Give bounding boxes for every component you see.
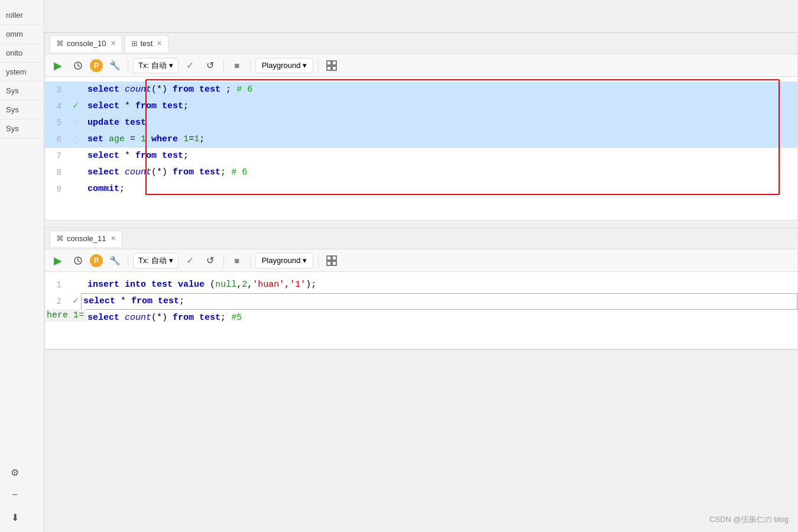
divider2-4 bbox=[318, 255, 319, 267]
history-button[interactable] bbox=[70, 57, 86, 74]
undo-button-2[interactable]: ↺ bbox=[202, 252, 219, 269]
history-icon bbox=[73, 61, 83, 70]
tab-console-10-label: console_10 bbox=[67, 39, 106, 48]
playground-button-2[interactable]: Playground ▾ bbox=[255, 253, 314, 268]
line-num-6: 6 bbox=[45, 133, 69, 146]
line-num-7: 7 bbox=[45, 150, 69, 163]
grid-icon-2 bbox=[326, 255, 337, 266]
sidebar: roller omm onito ystem Sys Sys Sys ⚙ − ⬇ bbox=[0, 0, 44, 532]
sidebar-item-onito[interactable]: onito bbox=[0, 44, 44, 63]
divider1 bbox=[128, 60, 128, 72]
line-indicator-5 bbox=[69, 120, 83, 126]
divider3 bbox=[250, 60, 251, 72]
code-empty-space-1 bbox=[45, 197, 797, 215]
sidebar-item-sys2[interactable]: Sys bbox=[0, 100, 44, 119]
settings-icon[interactable]: ⚙ bbox=[6, 463, 24, 481]
tab-console-11-close[interactable]: ✕ bbox=[111, 235, 116, 242]
tx-label-2: Tx: 自动 bbox=[138, 255, 167, 266]
p2-line-num-3: 3 bbox=[45, 312, 69, 325]
p2-code-line-2[interactable]: 2 ✓ select * from test; bbox=[45, 293, 797, 310]
line-num-3: 3 bbox=[45, 83, 69, 96]
tab-console-10[interactable]: ⌘ console_10 ✕ bbox=[50, 35, 122, 52]
line-num-8: 8 bbox=[45, 166, 69, 179]
grid-view-button-2[interactable] bbox=[323, 252, 340, 269]
top-bar bbox=[44, 0, 798, 33]
tx-dropdown-icon: ▾ bbox=[169, 61, 173, 70]
grid-view-button[interactable] bbox=[323, 57, 340, 74]
sidebar-item-sys3[interactable]: Sys bbox=[0, 119, 44, 138]
tx-selector[interactable]: Tx: 自动 ▾ bbox=[133, 58, 179, 73]
code-line-5[interactable]: 5 update test bbox=[45, 115, 797, 131]
undo-button[interactable]: ↺ bbox=[202, 57, 219, 74]
sidebar-item-ystem[interactable]: ystem bbox=[0, 63, 44, 82]
panel-separator bbox=[44, 220, 798, 228]
history-button-2[interactable] bbox=[70, 252, 86, 269]
line-num-5: 5 bbox=[45, 116, 69, 129]
code-content-6: set age = 1 where 1=1; bbox=[83, 132, 797, 147]
line-indicator-4: ✓ bbox=[69, 99, 83, 114]
code-content-8: select count(*) from test; # 6 bbox=[83, 166, 797, 180]
divider2-1 bbox=[128, 255, 128, 267]
minus-icon[interactable]: − bbox=[6, 486, 24, 504]
tx-selector-2[interactable]: Tx: 自动 ▾ bbox=[133, 253, 179, 268]
watermark: CSDN @伍振仁の blog bbox=[709, 514, 789, 525]
sidebar-item-sys1[interactable]: Sys bbox=[0, 82, 44, 100]
p2-line-num-1: 1 bbox=[45, 278, 69, 291]
p2-code-content-3: select count(*) from test; #5 bbox=[83, 311, 797, 325]
panel2-code-area[interactable]: 1 insert into test value (null,2,'huan',… bbox=[45, 272, 797, 349]
line-num-9: 9 bbox=[45, 183, 69, 196]
horizontal-scrollbar[interactable] bbox=[44, 349, 798, 356]
panel1-code-area[interactable]: 3 select count(*) from test ; # 6 4 ✓ se… bbox=[45, 77, 797, 220]
line-indicator-6 bbox=[69, 137, 83, 142]
playground-button[interactable]: Playground ▾ bbox=[255, 58, 314, 73]
code-line-7[interactable]: 7 select * from test; bbox=[45, 148, 797, 164]
code-content-9: commit; bbox=[83, 182, 797, 196]
svg-rect-3 bbox=[327, 66, 331, 70]
p2-code-line-3[interactable]: 3 select count(*) from test; #5 bbox=[45, 310, 797, 326]
code-line-4[interactable]: 4 ✓ select * from test; bbox=[45, 98, 797, 115]
code-line-6[interactable]: 6 set age = 1 where 1=1; bbox=[45, 131, 797, 148]
wrench-button[interactable]: 🔧 bbox=[106, 57, 123, 74]
tab-console-11[interactable]: ⌘ console_11 ✕ bbox=[50, 231, 122, 247]
panel1-toolbar: ▶ P 🔧 Tx: 自动 ▾ ✓ ↺ bbox=[45, 54, 797, 77]
panel1-tabs: ⌘ console_10 ✕ ⊞ test ✕ bbox=[45, 33, 797, 54]
breakpoint-6 bbox=[73, 137, 79, 142]
svg-rect-7 bbox=[332, 256, 336, 260]
wrench-button-2[interactable]: 🔧 bbox=[106, 252, 123, 269]
tab-test[interactable]: ⊞ test ✕ bbox=[125, 35, 169, 52]
svg-rect-1 bbox=[327, 61, 331, 65]
panel2-toolbar: ▶ P 🔧 Tx: 自动 ▾ ✓ ↺ bbox=[45, 249, 797, 272]
tab-console-10-close[interactable]: ✕ bbox=[111, 40, 116, 47]
divider2-2 bbox=[223, 255, 224, 267]
p2-code-content-1: insert into test value (null,2,'huan','1… bbox=[83, 278, 797, 292]
playground-label: Playground bbox=[262, 61, 301, 70]
tab-test-close[interactable]: ✕ bbox=[157, 40, 162, 47]
tab-test-label: test bbox=[141, 39, 153, 48]
user-badge-button-2[interactable]: P bbox=[90, 254, 103, 267]
divider2-3 bbox=[250, 255, 251, 267]
check-icon-4: ✓ bbox=[73, 99, 79, 114]
code-line-3[interactable]: 3 select count(*) from test ; # 6 bbox=[45, 82, 797, 98]
check-icon-p2-2: ✓ bbox=[73, 294, 79, 309]
p2-code-line-1[interactable]: 1 insert into test value (null,2,'huan',… bbox=[45, 277, 797, 293]
sidebar-item-omm[interactable]: omm bbox=[0, 25, 44, 44]
stop-button[interactable]: ■ bbox=[229, 57, 245, 74]
panel2-tabs: ⌘ console_11 ✕ bbox=[45, 228, 797, 249]
p2-line-num-2: 2 bbox=[45, 295, 69, 308]
code-line-8[interactable]: 8 select count(*) from test; # 6 bbox=[45, 164, 797, 181]
download-icon[interactable]: ⬇ bbox=[6, 508, 24, 526]
panel-console-10: ⌘ console_10 ✕ ⊞ test ✕ ▶ bbox=[44, 33, 798, 220]
svg-rect-8 bbox=[327, 261, 331, 265]
check-button-2[interactable]: ✓ bbox=[182, 252, 199, 269]
code-line-9[interactable]: 9 commit; bbox=[45, 181, 797, 197]
playground-dropdown-icon: ▾ bbox=[303, 61, 307, 70]
stop-button-2[interactable]: ■ bbox=[229, 252, 245, 269]
divider2 bbox=[223, 60, 224, 72]
divider4 bbox=[318, 60, 319, 72]
check-button[interactable]: ✓ bbox=[182, 57, 199, 74]
user-badge-button[interactable]: P bbox=[90, 59, 103, 72]
breakpoint-5 bbox=[73, 120, 79, 126]
sidebar-item-roller[interactable]: roller bbox=[0, 6, 44, 25]
play-button[interactable]: ▶ bbox=[50, 57, 66, 74]
play-button-2[interactable]: ▶ bbox=[50, 252, 66, 269]
